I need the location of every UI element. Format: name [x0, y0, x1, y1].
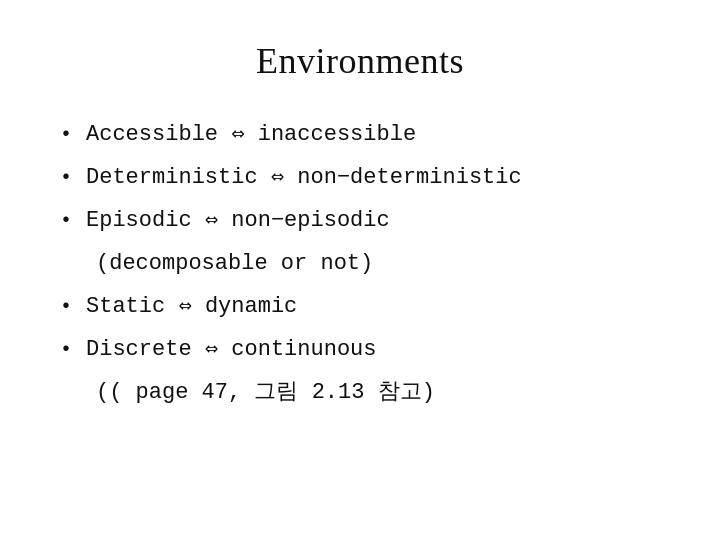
list-item: • Accessible ⇔ inaccessible — [60, 118, 660, 151]
item-text: Static ⇔ dynamic — [86, 290, 660, 323]
item-text: Accessible ⇔ inaccessible — [86, 118, 660, 151]
bullet-icon: • — [60, 163, 72, 193]
item-text: Deterministic ⇔ non−deterministic — [86, 161, 660, 194]
list-item: • Episodic ⇔ non−episodic — [60, 204, 660, 237]
environment-list-2: • Static ⇔ dynamic • Discrete ⇔ continun… — [60, 290, 660, 366]
bullet-icon: • — [60, 292, 72, 322]
bullet-icon: • — [60, 206, 72, 236]
bullet-icon: • — [60, 335, 72, 365]
list-item: • Discrete ⇔ continunous — [60, 333, 660, 366]
item-text: Episodic ⇔ non−episodic — [86, 204, 660, 237]
item-text: Discrete ⇔ continunous — [86, 333, 660, 366]
list-item: • Deterministic ⇔ non−deterministic — [60, 161, 660, 194]
content-area: • Accessible ⇔ inaccessible • Determinis… — [60, 118, 660, 419]
indent-discrete: (( page 47, 그림 2.13 참고) — [60, 376, 660, 409]
page-title: Environments — [256, 40, 464, 82]
list-item: • Static ⇔ dynamic — [60, 290, 660, 323]
indent-episodic: (decomposable or not) — [60, 247, 660, 280]
bullet-icon: • — [60, 120, 72, 150]
environment-list: • Accessible ⇔ inaccessible • Determinis… — [60, 118, 660, 237]
